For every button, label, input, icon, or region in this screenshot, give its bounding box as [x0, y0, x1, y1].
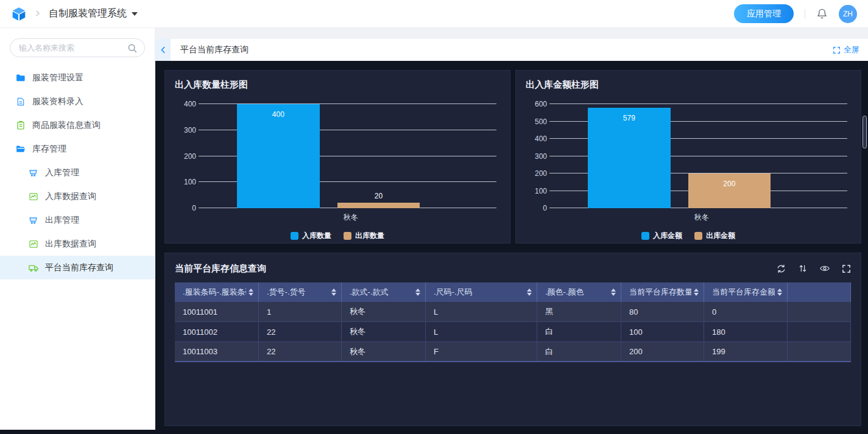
- app-logo-cube-icon[interactable]: [11, 6, 27, 22]
- table-cell: 白: [537, 342, 621, 361]
- table-cell: 秋冬: [342, 342, 426, 361]
- y-axis-tick: [549, 156, 552, 156]
- column-label: .尺码-.尺码: [434, 287, 524, 298]
- column-sort-icon: [694, 289, 699, 296]
- stock-table: .服装条码-.服装条码.货号-.货号.款式-.款式.尺码-.尺码.颜色-.颜色当…: [175, 282, 851, 362]
- legend-item-入库金额[interactable]: 入库金额: [641, 231, 682, 241]
- sidebar-search: [10, 38, 145, 57]
- y-axis-tick-label: 100: [184, 178, 196, 186]
- sidebar-menu: 服装管理设置 服装资料录入 商品服装信息查询 库存管理: [0, 66, 155, 279]
- table-row[interactable]: 1001100222秋冬L白100180: [175, 322, 851, 342]
- y-axis-tick: [549, 173, 552, 173]
- sidebar-item-inbound-data-query[interactable]: 入库数据查询: [0, 184, 155, 208]
- sidebar: 服装管理设置 服装资料录入 商品服装信息查询 库存管理: [0, 28, 155, 434]
- bottom-edge-strip: [0, 430, 868, 434]
- bar-value-label: 200: [688, 180, 771, 188]
- table-header-cell[interactable]: 当前平台库存金额: [704, 282, 788, 302]
- table-header-cell[interactable]: 当前平台库存数量: [621, 282, 704, 302]
- table-cell: 秋冬: [342, 322, 426, 341]
- table-cell: 80: [621, 302, 704, 321]
- chart-plot-area: 0100200300400500600579200: [552, 104, 847, 208]
- table-row[interactable]: 1001100322秋冬F白200199: [175, 342, 851, 362]
- amount-bar-chart: 0100200300400500600579200 秋冬 入库金额出库金额: [526, 104, 851, 241]
- sidebar-item-inbound-management[interactable]: 入库管理: [0, 161, 155, 184]
- cart-icon: [27, 167, 39, 178]
- table-row[interactable]: 100110011秋冬L黑800: [175, 302, 851, 322]
- sidebar-item-outbound-management[interactable]: 出库管理: [0, 208, 155, 232]
- bar-入库金额[interactable]: [588, 108, 671, 208]
- y-axis-tick-label: 0: [543, 204, 547, 212]
- legend-label: 入库金额: [653, 231, 682, 241]
- legend-label: 出库金额: [706, 231, 735, 241]
- y-axis-tick-label: 400: [184, 100, 196, 108]
- vertical-scrollbar-thumb[interactable]: [863, 116, 867, 149]
- eye-icon[interactable]: [819, 263, 830, 274]
- table-header-cell[interactable]: .尺码-.尺码: [426, 282, 537, 302]
- legend-swatch: [291, 232, 298, 240]
- table-cell: 白: [537, 322, 621, 341]
- legend-label: 出库数量: [355, 231, 384, 241]
- sidebar-item-label: 出库数据查询: [45, 239, 96, 250]
- column-label: 当前平台库存数量: [629, 287, 691, 298]
- y-axis-tick: [199, 181, 202, 182]
- sidebar-item-clothing-entry[interactable]: 服装资料录入: [0, 89, 155, 113]
- y-axis-tick: [199, 103, 202, 104]
- table-cell: 10011001: [175, 302, 259, 321]
- table-cell: [788, 302, 851, 321]
- bar-入库数量[interactable]: [237, 104, 320, 208]
- y-axis-tick: [199, 156, 202, 156]
- line-chart-icon: [27, 239, 39, 249]
- sort-icon[interactable]: [798, 264, 808, 273]
- bell-icon[interactable]: [816, 8, 828, 19]
- search-icon[interactable]: [127, 43, 137, 53]
- chevron-right-icon: [34, 9, 41, 19]
- table-cell: 200: [621, 342, 704, 361]
- sidebar-item-label: 出库管理: [45, 215, 79, 226]
- legend-item-入库数量[interactable]: 入库数量: [291, 231, 331, 241]
- table-cell: L: [426, 322, 537, 341]
- amount-bar-chart-panel: 出入库金额柱形图 0100200300400500600579200 秋冬 入库…: [515, 70, 861, 243]
- sidebar-item-clothing-settings[interactable]: 服装管理设置: [0, 66, 155, 89]
- table-cell: 1: [259, 302, 342, 321]
- y-axis-tick: [199, 130, 202, 130]
- table-header-cell[interactable]: .服装条码-.服装条码: [175, 282, 259, 302]
- y-axis-tick-label: 300: [184, 126, 196, 135]
- column-label: .货号-.货号: [267, 287, 329, 298]
- table-header-cell[interactable]: .颜色-.颜色: [537, 282, 621, 302]
- column-sort-icon: [611, 289, 616, 296]
- bar-出库数量[interactable]: [337, 203, 420, 208]
- column-label: 当前平台库存金额: [712, 287, 775, 298]
- legend-item-出库金额[interactable]: 出库金额: [694, 231, 735, 241]
- sidebar-item-product-info-query[interactable]: 商品服装信息查询: [0, 113, 155, 137]
- column-label: .服装条码-.服装条码: [183, 287, 246, 298]
- table-header-cell[interactable]: .款式-.款式: [342, 282, 426, 302]
- y-axis-tick: [549, 138, 552, 139]
- dashboard-content: 出入库数量柱形图 010020030040040020 秋冬 入库数量出库数量 …: [155, 61, 868, 434]
- gridline: [552, 103, 847, 104]
- stock-table-panel: 当前平台库存信息查询: [164, 253, 861, 426]
- page-header: 平台当前库存查询 全屏: [155, 39, 868, 61]
- table-cell: 秋冬: [342, 302, 426, 321]
- bar-出库金额[interactable]: [688, 173, 771, 208]
- app-title-dropdown[interactable]: 自制服装管理系统: [49, 7, 138, 20]
- sidebar-item-outbound-data-query[interactable]: 出库数据查询: [0, 232, 155, 256]
- user-avatar[interactable]: ZH: [839, 5, 857, 23]
- legend-item-出库数量[interactable]: 出库数量: [344, 231, 384, 241]
- table-header-cell[interactable]: .货号-.货号: [259, 282, 342, 302]
- app-manage-button[interactable]: 应用管理: [734, 4, 794, 23]
- fullscreen-icon[interactable]: [842, 264, 851, 273]
- table-body: 100110011秋冬L黑8001001100222秋冬L白1001801001…: [175, 302, 851, 362]
- table-cell: 22: [259, 342, 342, 361]
- back-button[interactable]: [155, 39, 171, 61]
- column-label: .颜色-.颜色: [545, 287, 609, 298]
- search-input[interactable]: [19, 43, 127, 52]
- clipboard-icon: [15, 121, 26, 130]
- sidebar-item-inventory-management[interactable]: 库存管理: [0, 137, 155, 161]
- sidebar-item-platform-stock-query[interactable]: 平台当前库存查询: [0, 256, 155, 279]
- refresh-icon[interactable]: [776, 264, 786, 274]
- fullscreen-icon: [833, 46, 841, 54]
- app-title: 自制服装管理系统: [49, 7, 127, 20]
- y-axis-tick-label: 100: [535, 187, 547, 195]
- y-axis-tick: [549, 191, 552, 191]
- fullscreen-toggle[interactable]: 全屏: [833, 44, 868, 55]
